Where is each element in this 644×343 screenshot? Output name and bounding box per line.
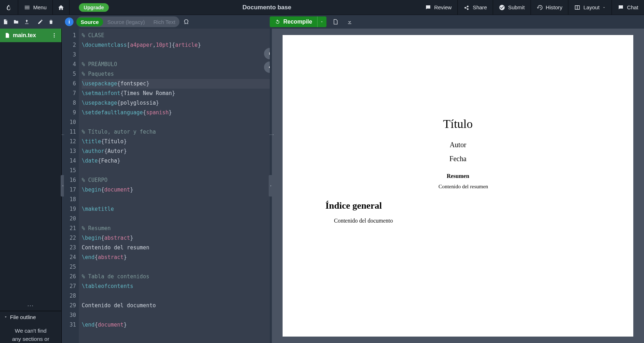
recompile-button[interactable]: Recompile: [270, 16, 317, 27]
layout-button[interactable]: Layout: [568, 0, 612, 15]
submit-button[interactable]: Submit: [493, 0, 531, 15]
resize-handle-right[interactable]: ⋮: [270, 29, 272, 343]
file-tree-active-file[interactable]: main.tex: [0, 29, 61, 42]
file-tree-resize-dots[interactable]: ⋯: [0, 302, 61, 311]
pdf-page: Título Autor Fecha Resumen Contenido del…: [283, 35, 633, 337]
new-file-icon: [2, 19, 8, 25]
upload-icon: [24, 19, 30, 25]
view-mode-toggle: Source Source (legacy) Rich Text: [76, 16, 179, 27]
layout-icon: [574, 4, 580, 11]
chevron-down-icon: [320, 20, 324, 24]
sync-to-code-button[interactable]: [264, 61, 270, 73]
pencil-icon: [37, 19, 43, 25]
delete-button[interactable]: [46, 15, 56, 29]
chat-icon: [618, 4, 624, 11]
main-area: main.tex ⋯ File outline We can't find an…: [0, 29, 644, 343]
history-button[interactable]: History: [531, 0, 568, 15]
menu-label: Menu: [33, 4, 47, 10]
project-title: Documento base: [115, 4, 419, 11]
file-tree-panel: main.tex ⋯ File outline We can't find an…: [0, 29, 62, 343]
pdf-preview[interactable]: Título Autor Fecha Resumen Contenido del…: [272, 29, 644, 343]
top-nav: Menu Upgrade Documento base Review Share…: [0, 0, 644, 15]
editor-toolbar: i Source Source (legacy) Rich Text Ω Rec…: [0, 15, 644, 29]
submit-icon: [499, 4, 505, 11]
home-button[interactable]: [52, 0, 69, 15]
upload-button[interactable]: [21, 15, 32, 29]
chevron-down-icon: [602, 6, 606, 9]
code-editor[interactable]: 1234567891011121314151617181920212223242…: [64, 29, 270, 343]
pdf-author: Autor: [325, 141, 590, 149]
svg-point-0: [54, 33, 55, 34]
file-icon: [4, 33, 10, 38]
recompile-group: Recompile: [270, 16, 326, 27]
upgrade-button[interactable]: Upgrade: [79, 3, 109, 12]
download-icon: [347, 19, 353, 25]
history-icon: [537, 4, 543, 11]
menu-icon: [24, 4, 30, 11]
trash-icon: [48, 19, 54, 25]
pdf-title: Título: [325, 117, 590, 131]
upgrade-wrap: Upgrade: [69, 0, 115, 15]
refresh-icon: [275, 19, 280, 25]
download-button[interactable]: [344, 15, 355, 29]
info-button[interactable]: i: [65, 18, 73, 26]
review-button[interactable]: Review: [419, 0, 457, 15]
new-folder-button[interactable]: [11, 15, 21, 29]
leaf-icon: [6, 4, 12, 11]
symbol-palette-button[interactable]: Ω: [184, 18, 188, 26]
recompile-dropdown[interactable]: [317, 16, 326, 27]
rename-button[interactable]: [35, 15, 46, 29]
file-icon: [333, 19, 338, 25]
pdf-body: Contenido del documento: [325, 218, 590, 224]
chat-button[interactable]: Chat: [612, 0, 644, 15]
pdf-date: Fecha: [325, 155, 590, 163]
pdf-abstract-header: Resumen: [325, 173, 590, 179]
share-icon: [463, 4, 470, 11]
file-tree-body: [0, 42, 61, 302]
pdf-toc-header: Índice general: [325, 200, 590, 211]
view-rich-text[interactable]: Rich Text: [149, 18, 179, 26]
arrow-left-icon: [267, 64, 270, 70]
chevron-down-icon: [4, 315, 8, 319]
pdf-abstract-body: Contenido del resumen: [325, 184, 590, 190]
view-source[interactable]: Source: [76, 18, 103, 26]
file-outline-toggle[interactable]: File outline: [0, 311, 61, 323]
arrow-right-icon: [267, 51, 270, 56]
chevron-right-icon: [269, 184, 272, 188]
review-icon: [425, 4, 431, 11]
outline-empty-message: We can't find any sections or: [0, 323, 61, 343]
share-button[interactable]: Share: [457, 0, 493, 15]
menu-button[interactable]: Menu: [18, 0, 52, 15]
svg-point-2: [54, 36, 55, 38]
sync-to-pdf-button[interactable]: [264, 48, 270, 59]
folder-icon: [13, 19, 19, 25]
home-icon: [58, 4, 64, 11]
code-area[interactable]: % CLASE\documentclass[a4paper,10pt]{arti…: [79, 29, 270, 343]
kebab-icon[interactable]: [51, 33, 57, 38]
logo-button[interactable]: [0, 0, 18, 15]
line-gutter: 1234567891011121314151617181920212223242…: [64, 29, 79, 343]
new-file-button[interactable]: [0, 15, 11, 29]
svg-point-1: [54, 35, 55, 36]
view-logs-button[interactable]: [330, 15, 341, 29]
view-source-legacy[interactable]: Source (legacy): [103, 18, 149, 26]
